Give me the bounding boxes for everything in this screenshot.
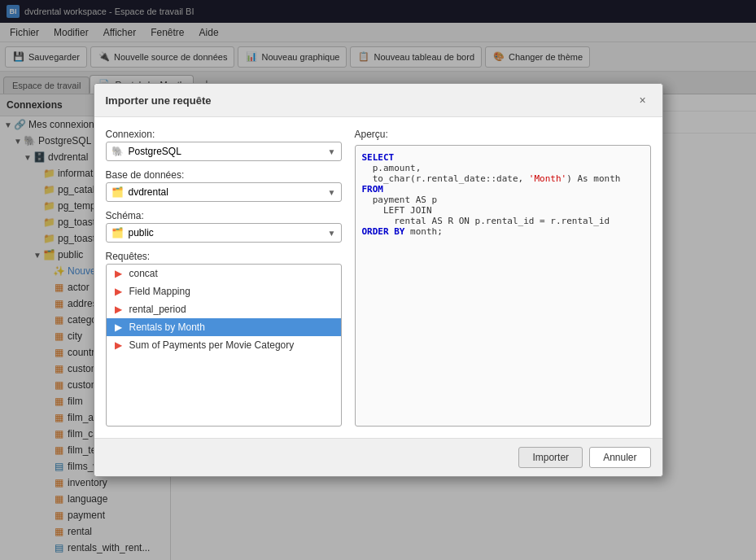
modal-footer: Importer Annuler xyxy=(94,438,662,476)
connection-label: Connexion: xyxy=(106,129,342,140)
connection-select-value: PostgreSQL xyxy=(129,146,181,157)
preview-label: Aperçu: xyxy=(355,129,651,140)
modal-body: Connexion: 🐘 PostgreSQL ▼ Base de donnée… xyxy=(94,117,662,438)
modal-overlay: Importer une requête × Connexion: 🐘 Post… xyxy=(0,0,756,560)
connection-select[interactable]: 🐘 PostgreSQL ▼ xyxy=(106,142,342,161)
sql-payment: payment AS p xyxy=(362,195,438,205)
query-icon: ▶ xyxy=(113,322,125,333)
request-item-2[interactable]: ▶ rental_period xyxy=(107,300,341,318)
connection-field: Connexion: 🐘 PostgreSQL ▼ xyxy=(106,129,342,161)
sql-amount: p.amount, xyxy=(362,163,422,173)
sql-string-month: 'Month' xyxy=(529,173,566,184)
database-select[interactable]: 🗂️ dvdrental ▼ xyxy=(106,182,342,202)
modal-left-panel: Connexion: 🐘 PostgreSQL ▼ Base de donnée… xyxy=(106,129,342,427)
request-label-0: concat xyxy=(129,268,158,279)
request-item-0[interactable]: ▶ concat xyxy=(107,265,341,282)
db-select-icon: 🗂️ xyxy=(111,186,124,198)
database-field: Base de données: 🗂️ dvdrental ▼ xyxy=(106,169,342,202)
sql-as: ) As month xyxy=(566,173,620,184)
import-button[interactable]: Importer xyxy=(518,447,583,468)
connection-select-icon: 🐘 xyxy=(111,146,124,157)
request-label-2: rental_period xyxy=(129,304,186,315)
modal-close-button[interactable]: × xyxy=(635,92,651,108)
query-icon: ▶ xyxy=(113,339,125,351)
import-query-modal: Importer une requête × Connexion: 🐘 Post… xyxy=(94,83,663,477)
chevron-down-icon: ▼ xyxy=(328,188,336,197)
requests-section: Requêtes: ▶ concat ▶ Field Mapping ▶ ren xyxy=(106,251,342,427)
requests-list: ▶ concat ▶ Field Mapping ▶ rental_period xyxy=(106,264,342,427)
request-label-1: Field Mapping xyxy=(129,286,190,297)
modal-title: Importer une requête xyxy=(106,94,212,107)
db-select-value: dvdrental xyxy=(129,186,168,198)
cancel-button[interactable]: Annuler xyxy=(589,447,650,468)
request-item-1[interactable]: ▶ Field Mapping xyxy=(107,282,341,300)
requests-label: Requêtes: xyxy=(106,251,342,262)
modal-right-panel: Aperçu: SELECT p.amount, to_char(r.renta… xyxy=(355,129,651,427)
query-icon: ▶ xyxy=(113,286,125,297)
sql-order-by: ORDER BY xyxy=(362,226,405,237)
sql-tochar: to_char(r.rental_date::date, xyxy=(362,173,529,184)
schema-select-value: public xyxy=(129,227,154,238)
schema-select[interactable]: 🗂️ public ▼ xyxy=(106,223,342,243)
request-label-3: Rentals by Month xyxy=(129,322,205,333)
request-item-3[interactable]: ▶ Rentals by Month xyxy=(107,318,341,336)
request-item-4[interactable]: ▶ Sum of Payments per Movie Category xyxy=(107,336,341,354)
db-label: Base de données: xyxy=(106,169,342,181)
query-icon: ▶ xyxy=(113,268,125,279)
schema-label: Schéma: xyxy=(106,210,342,221)
sql-left-join: LEFT JOIN xyxy=(362,205,432,216)
schema-field: Schéma: 🗂️ public ▼ xyxy=(106,210,342,243)
chevron-down-icon: ▼ xyxy=(328,147,336,156)
modal-header: Importer une requête × xyxy=(94,84,662,117)
query-icon: ▶ xyxy=(113,304,125,315)
sql-month-end: month; xyxy=(404,226,442,237)
sql-rental-join: rental AS R ON p.rental_id = r.rental_id xyxy=(362,216,610,226)
sql-from: FROM xyxy=(362,184,384,195)
chevron-down-icon: ▼ xyxy=(328,229,336,238)
preview-box: SELECT p.amount, to_char(r.rental_date::… xyxy=(355,145,651,427)
request-label-4: Sum of Payments per Movie Category xyxy=(129,339,295,351)
sql-select: SELECT xyxy=(362,152,395,163)
schema-select-icon: 🗂️ xyxy=(111,227,124,238)
